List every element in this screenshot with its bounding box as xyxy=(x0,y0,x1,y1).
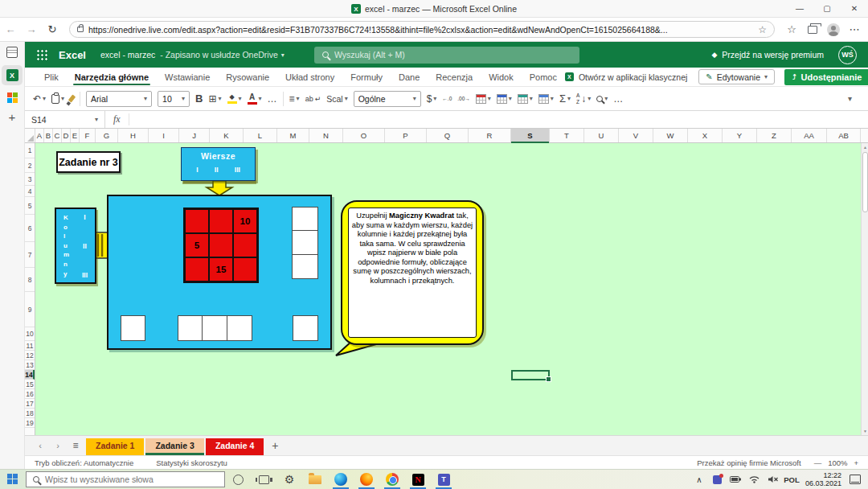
fill-color-button[interactable]: ◆ ▾ xyxy=(227,94,242,104)
row-header[interactable]: 7 xyxy=(25,242,35,268)
more-commands-button[interactable]: … xyxy=(613,93,623,105)
instruction-bubble[interactable]: Uzupełnij Magiczny Kwadrat tak, aby suma… xyxy=(341,200,484,345)
magic-square-cell[interactable] xyxy=(233,233,257,257)
column-header[interactable]: N xyxy=(309,129,343,142)
magic-square-cell[interactable] xyxy=(185,257,209,281)
saved-status-chevron-icon[interactable]: ▾ xyxy=(281,51,285,59)
office-search-box[interactable] xyxy=(314,47,579,64)
saved-status[interactable]: - Zapisano w usłudze OneDrive xyxy=(160,50,277,60)
column-header[interactable]: C xyxy=(53,129,62,142)
calc-mode-status[interactable]: Tryb obliczeń: Automatycznie xyxy=(35,458,133,467)
column-header[interactable]: K xyxy=(210,129,244,142)
tray-expand-icon[interactable]: ∧ xyxy=(691,470,707,489)
magic-square-cell[interactable] xyxy=(185,209,209,233)
sum-box[interactable] xyxy=(292,207,318,232)
file-explorer-button[interactable] xyxy=(302,470,328,489)
profile-avatar-icon[interactable] xyxy=(823,23,844,36)
column-header[interactable]: B xyxy=(44,129,53,142)
spreadsheet-grid[interactable]: Zadanie nr 3 Wiersze IIIIII Kolumny IIII… xyxy=(25,143,868,435)
row-header[interactable]: 10 xyxy=(25,327,35,341)
sum-box[interactable] xyxy=(227,315,252,341)
row-header[interactable]: 18 xyxy=(25,409,35,418)
collections-icon[interactable] xyxy=(802,26,823,34)
browser-tab-excel-active[interactable]: X xyxy=(2,65,23,85)
sheet-tab[interactable]: Zadanie 3 xyxy=(145,438,203,455)
decrease-decimal-button[interactable]: .00→ xyxy=(457,96,470,101)
workbook-statistics[interactable]: Statystyki skoroszytu xyxy=(156,458,227,467)
format-as-table-button[interactable]: ▾ xyxy=(476,94,491,104)
table-styles-button[interactable]: ▾ xyxy=(518,94,533,104)
magic-square-cell[interactable]: 15 xyxy=(209,257,233,281)
magic-square-cell[interactable] xyxy=(233,257,257,281)
scroll-up-icon[interactable]: ▲ xyxy=(862,143,868,151)
row-header[interactable]: 19 xyxy=(25,418,35,428)
row-header[interactable]: 15 xyxy=(25,380,35,389)
close-button[interactable]: ✕ xyxy=(841,0,868,17)
cell-styles-button[interactable]: ▾ xyxy=(538,94,554,104)
row-header[interactable]: 6 xyxy=(25,215,35,242)
currency-format-button[interactable]: $▾ xyxy=(427,93,437,105)
ribbon-tab[interactable]: Rysowanie xyxy=(218,68,277,86)
magic-square-cell[interactable]: 10 xyxy=(233,209,257,233)
sheet-tab[interactable]: Zadanie 4 xyxy=(206,438,264,455)
chrome-button[interactable] xyxy=(379,470,405,489)
column-header[interactable]: E xyxy=(71,129,80,142)
formula-input[interactable] xyxy=(129,111,868,128)
column-header[interactable]: V xyxy=(619,129,653,142)
battery-icon[interactable] xyxy=(728,470,744,489)
row-header[interactable]: 2 xyxy=(25,158,35,173)
app-launcher-waffle-icon[interactable] xyxy=(36,49,47,60)
ribbon-tab[interactable]: Dane xyxy=(391,68,428,86)
taskbar-search-box[interactable] xyxy=(26,471,225,487)
conditional-formatting-button[interactable]: ▾ xyxy=(497,94,512,104)
format-painter-icon[interactable] xyxy=(68,94,76,102)
sum-box[interactable] xyxy=(292,254,318,279)
vertical-scrollbar[interactable]: ▲ ▼ xyxy=(861,143,868,435)
forward-icon[interactable]: → xyxy=(21,23,42,35)
diagonal-sum-box-left[interactable] xyxy=(121,315,145,341)
column-header[interactable]: L xyxy=(244,129,277,142)
all-sheets-menu-icon[interactable]: ≡ xyxy=(68,440,83,451)
more-formatting-button[interactable]: … xyxy=(268,93,277,105)
ribbon-tab[interactable]: Wstawianie xyxy=(157,68,218,86)
action-center-icon[interactable] xyxy=(847,470,863,489)
increase-decimal-button[interactable]: ←.0 xyxy=(442,96,452,101)
scroll-down-icon[interactable]: ▼ xyxy=(862,427,868,435)
ribbon-tab[interactable]: Formuły xyxy=(342,68,391,86)
minimize-button[interactable]: — xyxy=(786,0,813,17)
app-name[interactable]: Excel xyxy=(59,49,86,61)
favorites-icon[interactable]: ☆ xyxy=(781,23,802,35)
settings-button[interactable]: ⚙ xyxy=(276,470,302,489)
name-box[interactable]: S14 ▾ xyxy=(25,111,105,128)
sum-box[interactable] xyxy=(202,315,227,341)
column-header[interactable]: H xyxy=(118,129,149,142)
column-header[interactable]: I xyxy=(149,129,179,142)
bookmark-star-icon[interactable]: ☆ xyxy=(758,24,767,35)
network-icon[interactable] xyxy=(747,470,763,489)
column-header[interactable]: J xyxy=(179,129,210,142)
column-header[interactable]: Z xyxy=(757,129,792,142)
volume-muted-icon[interactable] xyxy=(765,470,781,489)
url-input[interactable] xyxy=(88,25,753,35)
cortana-button[interactable] xyxy=(225,470,251,489)
sum-box[interactable] xyxy=(178,315,203,341)
task-label-box[interactable]: Zadanie nr 3 xyxy=(56,151,121,173)
netflix-button[interactable]: N xyxy=(405,470,431,489)
find-button[interactable]: ▾ xyxy=(596,95,608,102)
column-header[interactable]: AB xyxy=(827,129,861,142)
column-header[interactable]: Y xyxy=(723,129,757,142)
row-header[interactable]: 12 xyxy=(25,351,35,360)
column-header[interactable]: W xyxy=(653,129,688,142)
back-icon[interactable]: ← xyxy=(0,23,21,35)
taskbar-search-input[interactable] xyxy=(45,475,198,484)
editing-mode-dropdown[interactable]: ✎ Edytowanie ▾ xyxy=(698,69,775,84)
undo-button[interactable]: ↶▾ xyxy=(33,93,46,105)
add-sheet-button[interactable]: + xyxy=(272,439,278,452)
ribbon-tab[interactable]: Pomoc xyxy=(522,68,565,86)
sheet-next-icon[interactable]: › xyxy=(51,441,65,450)
zoom-level[interactable]: 100% xyxy=(828,458,847,467)
row-header[interactable]: 16 xyxy=(25,389,35,399)
language-indicator[interactable]: POL xyxy=(784,470,800,489)
ribbon-tab[interactable]: Plik xyxy=(36,68,67,86)
feedback-link[interactable]: Przekaż opinię firmie Microsoft xyxy=(697,458,800,467)
